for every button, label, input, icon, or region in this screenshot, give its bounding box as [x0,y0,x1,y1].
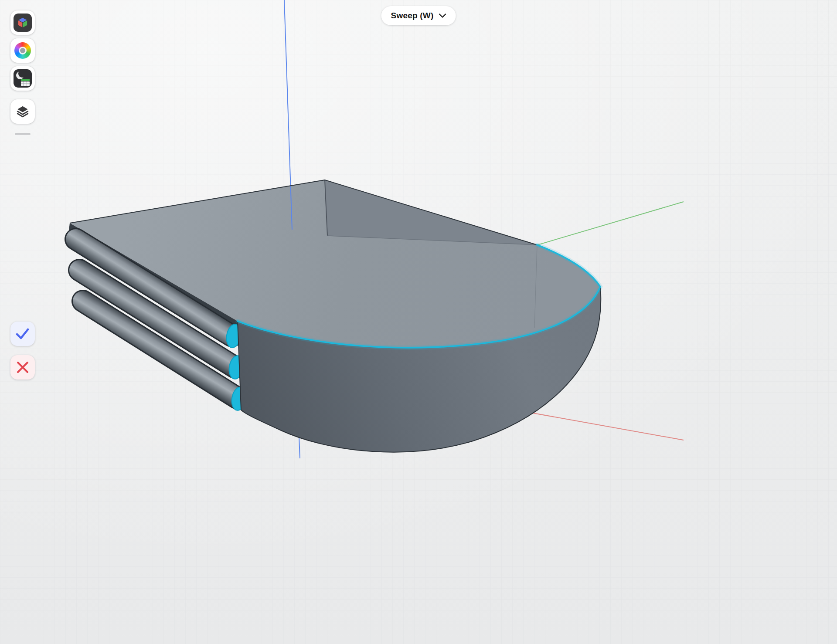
cancel-button[interactable] [10,355,35,380]
toolbar-drag-handle[interactable] [15,133,31,135]
app-window: Sweep (W) [0,0,837,644]
close-x-icon [10,355,35,380]
view-cube-button[interactable] [10,10,35,35]
isometric-view-cube-icon [14,14,32,32]
active-tool-dropdown[interactable]: Sweep (W) [381,6,456,25]
appearance-button[interactable] [10,38,35,63]
3d-viewport[interactable] [0,0,837,644]
layers-icon [16,105,29,118]
layers-button[interactable] [10,99,35,124]
environment-button[interactable] [10,66,35,91]
render-grid-icon [14,69,32,88]
chevron-down-icon [439,14,446,18]
checkmark-icon [10,322,35,346]
active-tool-label: Sweep (W) [391,11,434,20]
color-wheel-icon [14,42,31,59]
confirm-button[interactable] [10,322,35,346]
